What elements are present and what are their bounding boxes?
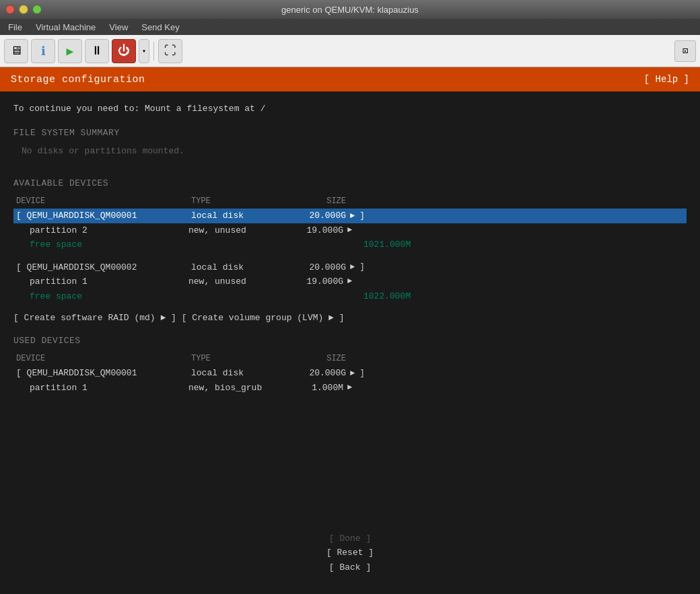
minimize-button[interactable] xyxy=(19,5,28,14)
used-device-1-type: local disk xyxy=(191,367,279,380)
storage-header: Storage configuration [ Help ] xyxy=(0,67,700,91)
free-space-2-label: free space xyxy=(30,290,188,303)
partition-2-size: 19.000G xyxy=(276,224,343,237)
fs-summary-header: FILE SYSTEM SUMMARY xyxy=(13,126,687,140)
available-devices-header: AVAILABLE DEVICES xyxy=(13,177,687,190)
device-2-partition-1[interactable]: partition 1 new, unused 19.000G ► xyxy=(13,274,687,289)
pause-button[interactable]: ⏸ xyxy=(85,39,109,63)
partition-2-type: new, unused xyxy=(188,224,276,237)
device-2-type: local disk xyxy=(191,261,279,274)
device-2-arrow[interactable]: ► ] xyxy=(350,261,365,273)
device-2-size: 20.000G xyxy=(279,261,346,274)
partition-2-name: partition 2 xyxy=(30,224,188,237)
notice-line: To continue you need to: Mount a filesys… xyxy=(13,102,687,116)
device-1-type: local disk xyxy=(191,209,279,223)
help-button[interactable]: [ Help ] xyxy=(644,74,689,85)
toolbar-right: ⊡ xyxy=(674,40,696,62)
d2-partition-1-size: 19.000G xyxy=(276,275,343,289)
partition-2-arrow[interactable]: ► xyxy=(347,224,352,237)
resize-button[interactable]: ⊡ xyxy=(674,40,696,62)
no-disks-message: No disks or partitions mounted. xyxy=(22,145,687,158)
used-devices-header: USED DEVICES xyxy=(13,334,687,348)
used-partition-1-name: partition 1 xyxy=(30,381,188,395)
fullscreen-icon: ⛶ xyxy=(164,44,176,58)
used-device-1-arrow[interactable]: ► ] xyxy=(350,367,365,379)
spacer1 xyxy=(13,169,687,177)
reset-button[interactable]: [ Reset ] xyxy=(310,546,390,560)
used-device-1-partition-1[interactable]: partition 1 new, bios_grub 1.000M ► xyxy=(13,381,687,396)
bottom-buttons: [ Done ] [ Reset ] [ Back ] xyxy=(310,532,390,574)
device-2-id: [ QEMU_HARDDISK_QM00002 xyxy=(16,261,191,274)
menu-send-key[interactable]: Send Key xyxy=(136,21,184,34)
available-device-1[interactable]: [ QEMU_HARDDISK_QM00001 local disk 20.00… xyxy=(13,209,687,223)
power-icon: ⏻ xyxy=(118,44,130,58)
used-partition-1-size: 1.000M xyxy=(276,381,343,395)
menu-virtual-machine[interactable]: Virtual Machine xyxy=(30,21,101,34)
storage-title: Storage configuration xyxy=(11,74,145,85)
col-header-type: TYPE xyxy=(191,195,279,207)
window-title: generic on QEMU/KVM: klapauzius xyxy=(281,5,419,15)
used-partition-1-arrow[interactable]: ► xyxy=(347,381,352,395)
resize-icon: ⊡ xyxy=(682,45,688,57)
free-space-1-size: 1021.000M xyxy=(276,238,363,252)
device-1-free-space: free space 1021.000M xyxy=(13,237,687,252)
done-button[interactable]: [ Done ] xyxy=(310,532,390,546)
spacer2 xyxy=(13,252,687,260)
close-button[interactable] xyxy=(5,5,15,14)
used-device-1[interactable]: [ QEMU_HARDDISK_QM00001 local disk 20.00… xyxy=(13,366,687,381)
device-1-size: 20.000G xyxy=(279,209,346,223)
spacer4 xyxy=(13,326,687,334)
pause-icon: ⏸ xyxy=(91,44,103,58)
col-header-size: SIZE xyxy=(279,195,346,207)
device-2-free-space: free space 1022.000M xyxy=(13,289,687,304)
free-space-2-spacer xyxy=(188,290,276,303)
available-device-2[interactable]: [ QEMU_HARDDISK_QM00002 local disk 20.00… xyxy=(13,260,687,275)
device-1-id: [ QEMU_HARDDISK_QM00001 xyxy=(16,209,191,223)
vm-area: Storage configuration [ Help ] To contin… xyxy=(0,67,700,594)
toolbar-separator xyxy=(153,42,154,61)
fullscreen-button[interactable]: ⛶ xyxy=(158,39,182,63)
maximize-button[interactable] xyxy=(32,5,42,14)
play-icon: ▶ xyxy=(67,44,74,59)
chevron-down-icon: ▾ xyxy=(142,47,146,55)
titlebar: generic on QEMU/KVM: klapauzius xyxy=(0,0,700,19)
device-1-arrow[interactable]: ► ] xyxy=(350,210,365,222)
power-dropdown[interactable]: ▾ xyxy=(139,39,149,63)
device-1-partition-2[interactable]: partition 2 new, unused 19.000G ► xyxy=(13,223,687,238)
power-button[interactable]: ⏻ xyxy=(112,39,136,63)
used-partition-1-type: new, bios_grub xyxy=(188,381,276,395)
used-col-header-device: DEVICE xyxy=(16,352,191,365)
used-col-header-size: SIZE xyxy=(279,352,346,365)
monitor-button[interactable]: 🖥 xyxy=(4,39,28,63)
info-button[interactable]: ℹ xyxy=(31,39,55,63)
create-raid-link[interactable]: [ Create software RAID (md) ► ] xyxy=(13,311,176,325)
info-icon: ℹ xyxy=(41,44,46,59)
used-device-1-id: [ QEMU_HARDDISK_QM00001 xyxy=(16,367,191,380)
notice-text: To continue you need to: Mount a filesys… xyxy=(13,104,265,114)
d2-partition-1-arrow[interactable]: ► xyxy=(347,275,352,289)
free-space-1-spacer xyxy=(188,238,276,252)
back-button[interactable]: [ Back ] xyxy=(310,561,390,574)
action-links: [ Create software RAID (md) ► ] [ Create… xyxy=(13,311,687,326)
create-lvm-link[interactable]: [ Create volume group (LVM) ► ] xyxy=(182,311,345,325)
d2-partition-1-name: partition 1 xyxy=(30,275,188,289)
main-content: To continue you need to: Mount a filesys… xyxy=(0,91,700,594)
col-header-device: DEVICE xyxy=(16,195,191,207)
used-col-header-type: TYPE xyxy=(191,352,279,365)
menu-file[interactable]: File xyxy=(3,21,28,34)
play-button[interactable]: ▶ xyxy=(58,39,82,63)
menu-view[interactable]: View xyxy=(104,21,133,34)
used-column-headers: DEVICE TYPE SIZE xyxy=(13,352,687,365)
column-headers: DEVICE TYPE SIZE xyxy=(13,195,687,207)
free-space-2-size: 1022.000M xyxy=(276,290,363,303)
menubar: File Virtual Machine View Send Key xyxy=(0,19,700,35)
d2-partition-1-type: new, unused xyxy=(188,275,276,289)
toolbar: 🖥 ℹ ▶ ⏸ ⏻ ▾ ⛶ ⊡ xyxy=(0,35,700,67)
spacer3 xyxy=(13,303,687,311)
used-device-1-size: 20.000G xyxy=(279,367,346,380)
monitor-icon: 🖥 xyxy=(10,44,22,58)
free-space-1-label: free space xyxy=(30,238,188,252)
